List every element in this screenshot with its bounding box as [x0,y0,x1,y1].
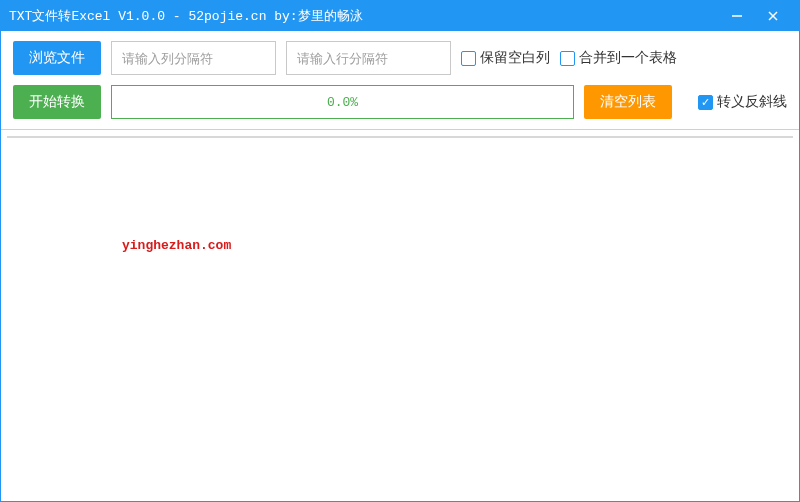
progress-bar: 0.0% [111,85,574,119]
merge-sheets-checkbox[interactable]: 合并到一个表格 [560,49,677,67]
merge-sheets-label: 合并到一个表格 [579,49,677,67]
row-separator-input[interactable] [286,41,451,75]
close-button[interactable] [755,1,791,31]
watermark-text: yinghezhan.com [122,238,231,253]
app-window: TXT文件转Excel V1.0.0 - 52pojie.cn by:梦里的畅泳… [0,0,800,502]
window-title: TXT文件转Excel V1.0.0 - 52pojie.cn by:梦里的畅泳 [9,7,719,25]
toolbar-row-1: 浏览文件 保留空白列 合并到一个表格 [13,41,787,75]
escape-backslash-checkbox[interactable]: 转义反斜线 [698,93,787,111]
close-icon [767,10,779,22]
toolbar: 浏览文件 保留空白列 合并到一个表格 开始转换 0.0% 清空列表 转义反斜线 [1,31,799,130]
checkbox-checked-icon [698,95,713,110]
file-list-area[interactable]: yinghezhan.com [7,136,793,495]
checkbox-icon [461,51,476,66]
column-separator-input[interactable] [111,41,276,75]
minimize-button[interactable] [719,1,755,31]
minimize-icon [731,10,743,22]
clear-list-button[interactable]: 清空列表 [584,85,672,119]
browse-files-button[interactable]: 浏览文件 [13,41,101,75]
checkbox-icon [560,51,575,66]
titlebar-buttons [719,1,791,31]
progress-text: 0.0% [327,95,358,110]
titlebar: TXT文件转Excel V1.0.0 - 52pojie.cn by:梦里的畅泳 [1,1,799,31]
start-convert-button[interactable]: 开始转换 [13,85,101,119]
toolbar-row-2: 开始转换 0.0% 清空列表 转义反斜线 [13,85,787,119]
keep-blank-checkbox[interactable]: 保留空白列 [461,49,550,67]
keep-blank-label: 保留空白列 [480,49,550,67]
escape-backslash-label: 转义反斜线 [717,93,787,111]
